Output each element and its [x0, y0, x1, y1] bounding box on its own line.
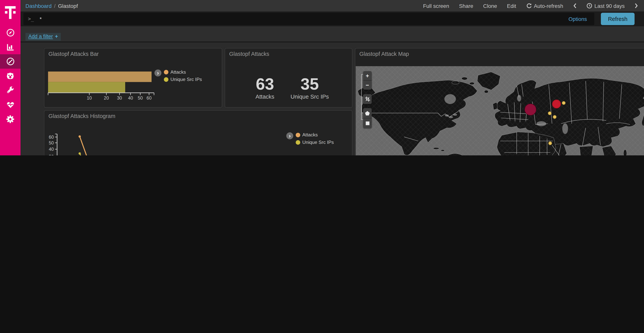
query-options-link[interactable]: Options — [568, 16, 587, 22]
map-marker-germany[interactable] — [524, 103, 536, 115]
time-next-button[interactable] — [634, 3, 638, 9]
legend-item[interactable]: Attacks — [164, 70, 202, 74]
compass-icon — [6, 28, 15, 38]
legend-items: AttacksUnique Src IPs — [164, 70, 202, 82]
legend-item[interactable]: Unique Src IPs — [296, 140, 334, 145]
polygon-draw-button[interactable] — [363, 108, 372, 118]
map-marker-western-russia[interactable] — [552, 100, 561, 109]
add-filter-label: Add a filter — [28, 34, 53, 40]
fullscreen-button[interactable]: Full screen — [423, 3, 449, 9]
bar-chart-icon — [6, 42, 15, 52]
search-bar: >_ * Options Refresh — [20, 12, 644, 26]
edit-button[interactable]: Edit — [507, 3, 516, 9]
legend-expand-icon[interactable]: › — [286, 132, 293, 139]
gauge-icon — [6, 57, 15, 66]
time-range-label: Last 90 days — [594, 3, 625, 9]
panel-attack-map: Glastopf Attack Map — [355, 48, 644, 155]
sidebar-item-management[interactable] — [0, 112, 20, 126]
share-button[interactable]: Share — [459, 3, 473, 9]
refresh-button[interactable]: Refresh — [601, 13, 634, 25]
svg-text:30: 30 — [49, 154, 54, 155]
sidebar — [0, 0, 20, 155]
panel-attacks-metric: Glastopf Attacks 63 Attacks 35 Unique Sr… — [225, 48, 352, 108]
auto-refresh-button[interactable]: Auto-refresh — [526, 3, 563, 9]
breadcrumb: Dashboard / Glastopf — [20, 3, 78, 9]
sidebar-item-dashboard[interactable] — [0, 54, 20, 69]
logo-square-left — [5, 11, 8, 14]
sidebar-item-dev-tools[interactable] — [0, 83, 20, 97]
filter-bar: Add a filter + — [20, 26, 644, 42]
panel-title: Glastopf Attack Map — [360, 51, 409, 57]
rectangle-draw-button[interactable] — [363, 118, 372, 128]
legend-item[interactable]: Unique Src IPs — [164, 77, 202, 82]
legend-label: Attacks — [302, 132, 318, 137]
metric-unique-src-ips: 35 Unique Src IPs — [285, 76, 334, 100]
legend-dot — [164, 77, 168, 82]
legend-item[interactable]: Attacks — [296, 132, 334, 137]
svg-text:50: 50 — [49, 140, 54, 145]
chevron-right-icon — [634, 3, 638, 9]
query-input[interactable]: >_ * Options — [24, 13, 594, 25]
crop-tool-button[interactable] — [363, 94, 372, 104]
breadcrumb-current: Glastopf — [58, 3, 78, 9]
svg-text:50: 50 — [138, 96, 143, 101]
telekom-logo[interactable] — [0, 0, 20, 26]
world-attack-map[interactable]: + − — [356, 66, 644, 155]
refresh-cycle-icon — [526, 3, 532, 9]
svg-text:30: 30 — [117, 96, 122, 101]
dashboard-grid: Glastopf Attacks Bar 102030405060 ›Attac… — [20, 42, 644, 155]
legend-label: Attacks — [170, 70, 186, 74]
sidebar-item-monitoring[interactable] — [0, 97, 20, 112]
time-prev-button[interactable] — [573, 3, 577, 9]
time-range-button[interactable]: Last 90 days — [587, 3, 625, 9]
chevron-left-icon — [573, 3, 577, 9]
map-marker-egypt[interactable] — [548, 141, 552, 145]
zoom-in-button[interactable]: + — [363, 71, 372, 80]
logo-stem — [9, 6, 12, 19]
map-zoom-controls: + − — [363, 71, 372, 90]
query-value[interactable]: * — [40, 16, 42, 22]
crop-icon — [364, 96, 370, 102]
breadcrumb-dashboard[interactable]: Dashboard — [26, 3, 52, 9]
chart-legend: ›AttacksUnique Src IPs — [154, 70, 202, 82]
zoom-out-button[interactable]: − — [363, 80, 372, 90]
wrench-icon — [6, 86, 15, 95]
kibana-dashboard: Dashboard / Glastopf Full screen Share C… — [0, 0, 644, 155]
sidebar-item-timelion[interactable] — [0, 69, 20, 83]
metric-label: Unique Src IPs — [285, 93, 334, 100]
timelion-face-icon — [5, 71, 15, 81]
auto-refresh-label: Auto-refresh — [534, 3, 563, 9]
panel-attacks-bar: Glastopf Attacks Bar 102030405060 ›Attac… — [44, 48, 222, 108]
clone-button[interactable]: Clone — [483, 3, 497, 9]
gear-icon — [5, 114, 15, 124]
metric-value: 35 — [285, 76, 334, 92]
panel-title: Glastopf Attacks — [229, 51, 269, 57]
square-icon — [365, 121, 370, 126]
svg-text:40: 40 — [49, 147, 54, 152]
add-filter-button[interactable]: Add a filter + — [26, 33, 61, 41]
logo-square-right — [13, 11, 16, 14]
legend-items: AttacksUnique Src IPs — [296, 132, 334, 145]
legend-label: Unique Src IPs — [302, 140, 334, 145]
svg-text:20: 20 — [104, 96, 109, 101]
metric-label: Attacks — [246, 93, 284, 100]
legend-dot — [164, 70, 168, 74]
world-map — [356, 66, 644, 155]
map-crop-control — [363, 94, 372, 104]
legend-expand-icon[interactable]: › — [154, 70, 162, 76]
sidebar-item-discover[interactable] — [0, 26, 20, 40]
clock-icon — [587, 3, 592, 9]
svg-text:60: 60 — [146, 96, 152, 101]
metric-value: 63 — [246, 76, 284, 92]
panel-attacks-histogram: Glastopf Attacks Histogram 0102030405060… — [44, 110, 352, 155]
heartbeat-icon — [6, 100, 15, 109]
svg-text:10: 10 — [87, 96, 92, 101]
svg-text:40: 40 — [128, 96, 133, 101]
plus-icon: + — [55, 34, 58, 40]
top-nav: Dashboard / Glastopf Full screen Share C… — [20, 0, 644, 12]
pentagon-icon — [365, 110, 370, 116]
legend-dot — [296, 140, 300, 145]
panel-title: Glastopf Attacks Histogram — [48, 113, 116, 119]
map-marker-ukraine-north[interactable] — [548, 111, 552, 115]
sidebar-item-visualize[interactable] — [0, 40, 20, 54]
